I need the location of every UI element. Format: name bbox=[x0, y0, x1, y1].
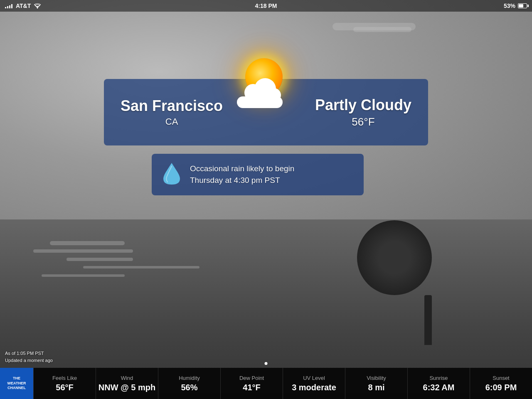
time-label: 4:18 PM bbox=[255, 2, 277, 9]
cloud-body bbox=[237, 96, 283, 108]
update-line1: As of 1:05 PM PST bbox=[5, 350, 53, 357]
cloud-icon bbox=[237, 88, 283, 108]
sky-cloud-4 bbox=[33, 249, 133, 253]
stat-dew-point: Dew Point 41°F bbox=[220, 368, 283, 399]
city-name: San Francisco bbox=[121, 97, 223, 115]
rain-drop-icon bbox=[162, 161, 182, 188]
rain-alert-text: Occasional rain likely to begin Thursday… bbox=[190, 163, 294, 187]
wifi-icon bbox=[34, 3, 41, 9]
status-bar: AT&T 4:18 PM 53% bbox=[0, 0, 532, 12]
twc-logo: The Weather Channel bbox=[0, 368, 33, 399]
sunset-label: Sunset bbox=[493, 375, 509, 381]
uv-level-value: 3 moderate bbox=[292, 383, 336, 392]
sky-cloud-2 bbox=[353, 27, 411, 32]
dew-point-value: 41°F bbox=[243, 383, 260, 392]
partly-cloudy-icon bbox=[237, 58, 295, 112]
stat-items: Feels Like 56°F Wind NNW @ 5 mph Humidit… bbox=[33, 368, 532, 399]
sky-cloud-7 bbox=[42, 274, 125, 277]
tree-trunk bbox=[424, 295, 432, 345]
signal-bars-icon bbox=[5, 3, 12, 8]
humidity-value: 56% bbox=[181, 383, 197, 392]
visibility-value: 8 mi bbox=[368, 383, 384, 392]
feels-like-value: 56°F bbox=[56, 383, 73, 392]
sunrise-value: 6:32 AM bbox=[423, 383, 455, 392]
stat-feels-like: Feels Like 56°F bbox=[33, 368, 96, 399]
uv-level-label: UV Level bbox=[303, 375, 325, 381]
humidity-label: Humidity bbox=[179, 375, 200, 381]
rain-alert-line2: Thursday at 4:30 pm PST bbox=[190, 175, 294, 187]
stat-visibility: Visibility 8 mi bbox=[345, 368, 407, 399]
condition-label: Partly Cloudy bbox=[315, 96, 411, 114]
sky-cloud-6 bbox=[83, 266, 200, 268]
sky-cloud-3 bbox=[50, 241, 125, 245]
condition-temp: 56°F bbox=[315, 116, 411, 128]
svg-point-0 bbox=[37, 7, 38, 8]
update-info: As of 1:05 PM PST Updated a moment ago bbox=[5, 350, 53, 364]
wind-label: Wind bbox=[121, 375, 133, 381]
wind-value: NNW @ 5 mph bbox=[99, 383, 155, 392]
city-info: San Francisco CA bbox=[121, 97, 223, 127]
carrier-label: AT&T bbox=[16, 2, 31, 9]
rain-alert-line1: Occasional rain likely to begin bbox=[190, 163, 294, 175]
status-right: 53% bbox=[504, 2, 527, 9]
info-strip: The Weather Channel Feels Like 56°F Wind… bbox=[0, 368, 532, 399]
rain-alert: Occasional rain likely to begin Thursday… bbox=[152, 154, 364, 195]
tree-canopy bbox=[357, 220, 432, 295]
twc-logo-text: The Weather Channel bbox=[7, 376, 26, 391]
stat-humidity: Humidity 56% bbox=[158, 368, 220, 399]
stat-wind: Wind NNW @ 5 mph bbox=[96, 368, 158, 399]
sunrise-label: Sunrise bbox=[429, 375, 448, 381]
sunset-value: 6:09 PM bbox=[485, 383, 517, 392]
stat-sunset: Sunset 6:09 PM bbox=[470, 368, 532, 399]
city-state: CA bbox=[121, 116, 223, 127]
feels-like-label: Feels Like bbox=[52, 375, 77, 381]
status-time: 4:18 PM bbox=[255, 2, 277, 9]
tree-decoration bbox=[391, 220, 466, 345]
page-indicator bbox=[265, 362, 268, 365]
update-line2: Updated a moment ago bbox=[5, 357, 53, 364]
dew-point-label: Dew Point bbox=[239, 375, 264, 381]
condition-info: Partly Cloudy 56°F bbox=[315, 96, 411, 128]
battery-percent-label: 53% bbox=[504, 2, 515, 9]
stat-uv-level: UV Level 3 moderate bbox=[283, 368, 345, 399]
status-left: AT&T bbox=[5, 2, 41, 9]
battery-icon bbox=[518, 3, 527, 8]
visibility-label: Visibility bbox=[367, 375, 386, 381]
weather-icon-container bbox=[237, 58, 295, 112]
stat-sunrise: Sunrise 6:32 AM bbox=[407, 368, 470, 399]
sky-cloud-5 bbox=[66, 258, 133, 261]
